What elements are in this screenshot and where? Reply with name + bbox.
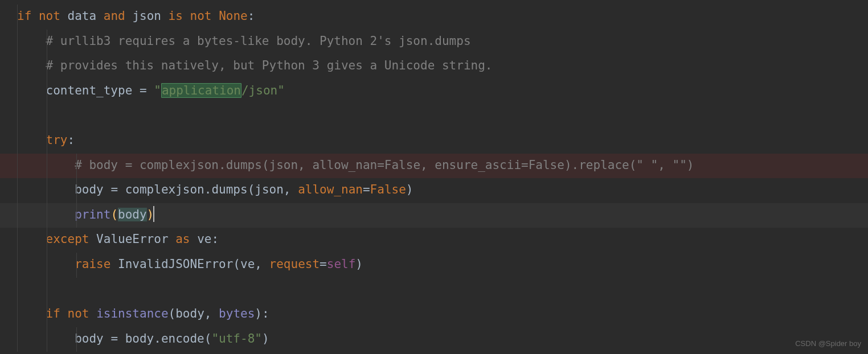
paren: (: [204, 332, 212, 345]
paren: (: [248, 183, 255, 196]
string: /json: [241, 84, 277, 97]
code-line[interactable]: raise InvalidJSONError(ve, request=self): [0, 253, 868, 278]
class-name: ValueError: [96, 232, 168, 246]
builtin-print: print: [75, 208, 110, 221]
parameter: request: [269, 257, 320, 271]
watermark: CSDN @Spider boy: [795, 336, 861, 351]
keyword-except: except: [46, 232, 89, 246]
string-quote: ": [154, 84, 161, 97]
keyword-not: not: [190, 9, 212, 23]
identifier: data: [68, 9, 97, 23]
string-quote: ": [277, 84, 285, 97]
code-line-current[interactable]: print(body): [0, 203, 868, 228]
identifier: complexjson: [125, 183, 204, 196]
comma: ,: [255, 257, 269, 271]
equals: =: [320, 257, 327, 271]
method: encode: [161, 332, 204, 345]
keyword-if: if: [46, 307, 60, 320]
identifier: body: [175, 307, 204, 320]
method: dumps: [211, 183, 247, 196]
equals: =: [363, 183, 370, 196]
text-cursor: [153, 206, 154, 222]
code-line-modified[interactable]: # body = complexjson.dumps(json, allow_n…: [0, 154, 868, 179]
code-line[interactable]: try:: [0, 129, 868, 154]
search-match: application: [161, 83, 241, 98]
keyword-none: None: [219, 9, 248, 23]
equals: =: [132, 84, 154, 97]
code-line-empty[interactable]: [0, 278, 868, 303]
comma: ,: [204, 307, 219, 320]
identifier: body: [125, 332, 154, 345]
identifier: content_type: [46, 84, 133, 97]
class-name: InvalidJSONError: [118, 257, 233, 271]
code-line[interactable]: # urllib3 requires a bytes-like body. Py…: [0, 30, 868, 55]
code-line[interactable]: if not data and json is not None:: [0, 5, 868, 30]
paren: (: [233, 257, 240, 271]
comment: # body = complexjson.dumps(json, allow_n…: [75, 158, 694, 172]
keyword-and: and: [104, 9, 125, 23]
paren: (: [169, 307, 176, 320]
code-line[interactable]: body = body.encode("utf-8"): [0, 327, 868, 352]
keyword-not: not: [39, 9, 60, 23]
code-line[interactable]: except ValueError as ve:: [0, 228, 868, 253]
dot: .: [154, 332, 161, 345]
paren: ): [406, 183, 413, 196]
comma: ,: [284, 183, 298, 196]
code-line[interactable]: content_type = "application/json": [0, 79, 868, 104]
identifier: ve: [240, 257, 255, 271]
dot: .: [204, 183, 212, 196]
colon: :: [211, 232, 219, 246]
code-line[interactable]: if not isinstance(body, bytes):: [0, 302, 868, 327]
code-line[interactable]: body = complexjson.dumps(json, allow_nan…: [0, 178, 868, 203]
keyword-if: if: [17, 9, 31, 23]
equals: =: [104, 183, 125, 196]
identifier: ve: [197, 232, 211, 246]
keyword-as: as: [175, 232, 190, 246]
identifier: json: [255, 183, 284, 196]
comment: # provides this natively, but Python 3 g…: [46, 59, 493, 72]
keyword-false: False: [370, 183, 406, 196]
comment: # urllib3 requires a bytes-like body. Py…: [46, 34, 471, 48]
paren: ): [262, 332, 269, 345]
builtin-bytes: bytes: [219, 307, 255, 320]
paren: ): [255, 307, 262, 320]
identifier: body: [75, 183, 104, 196]
keyword-self: self: [327, 257, 356, 271]
builtin-isinstance: isinstance: [96, 307, 168, 320]
paren-match: (: [110, 208, 118, 221]
colon: :: [248, 9, 255, 23]
identifier-occurrence: body: [118, 208, 147, 221]
code-line[interactable]: # provides this natively, but Python 3 g…: [0, 54, 868, 79]
string: "utf-8": [211, 332, 262, 345]
keyword-try: try: [46, 133, 68, 147]
equals: =: [104, 332, 125, 345]
code-line-empty[interactable]: [0, 104, 868, 129]
code-editor[interactable]: if not data and json is not None: # urll…: [0, 0, 868, 352]
keyword-not: not: [68, 307, 89, 320]
parameter: allow_nan: [298, 183, 363, 196]
colon: :: [262, 307, 269, 320]
paren: ): [355, 257, 363, 271]
identifier: json: [132, 9, 161, 23]
colon: :: [68, 133, 75, 147]
keyword-is: is: [169, 9, 183, 23]
identifier: body: [75, 332, 104, 345]
keyword-raise: raise: [75, 257, 110, 271]
